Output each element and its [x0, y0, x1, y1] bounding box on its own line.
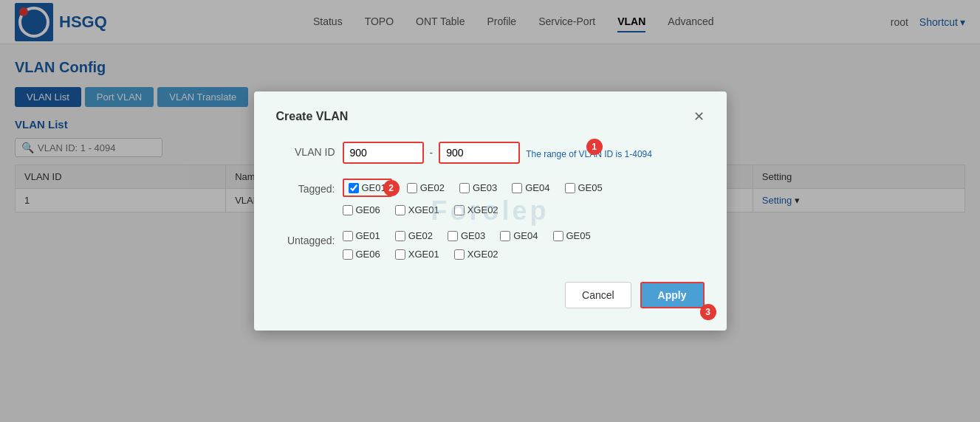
untagged-ge04-checkbox[interactable] — [500, 231, 510, 241]
tagged-ge03-checkbox[interactable] — [459, 183, 470, 193]
tagged-row: Tagged: GE01 GE02 GE03 — [276, 179, 705, 215]
untagged-ge05-checkbox[interactable] — [553, 231, 563, 241]
untagged-ge03-checkbox[interactable] — [448, 231, 458, 241]
modal-title: Create VLAN — [276, 110, 349, 123]
vlan-id-label: VLAN ID — [276, 142, 335, 158]
untagged-ge05: GE05 — [553, 230, 591, 241]
tagged-ge01-checkbox[interactable] — [349, 183, 359, 193]
untagged-ge01: GE01 — [343, 230, 380, 241]
callout-3: 3 — [700, 304, 716, 320]
untagged-ge01-label: GE01 — [356, 230, 380, 241]
tagged-ge05-checkbox[interactable] — [565, 183, 575, 193]
tagged-ge06: GE06 — [343, 204, 380, 215]
untagged-xge01-label: XGE01 — [408, 249, 439, 260]
untagged-xge01: XGE01 — [395, 249, 439, 260]
tagged-ports: GE01 GE02 GE03 GE04 — [343, 179, 603, 197]
vlan-id-to-input[interactable] — [439, 142, 520, 164]
modal-header: Create VLAN ✕ — [276, 110, 705, 123]
close-button[interactable]: ✕ — [693, 110, 705, 123]
untagged-ge02-checkbox[interactable] — [395, 231, 405, 241]
tagged-ge01-label: GE01 — [362, 182, 386, 193]
tagged-ge04-checkbox[interactable] — [512, 183, 522, 193]
untagged-xge02-checkbox[interactable] — [454, 249, 465, 260]
tagged-xge02: XGE02 — [454, 204, 498, 215]
cancel-button[interactable]: Cancel — [565, 282, 631, 308]
tagged-label: Tagged: — [276, 179, 335, 195]
tagged-ge03-label: GE03 — [473, 182, 497, 193]
untagged-ge03: GE03 — [448, 230, 485, 241]
untagged-ge04-label: GE04 — [513, 230, 538, 241]
tagged-ge02: GE02 — [407, 182, 445, 193]
tagged-xge01-checkbox[interactable] — [395, 205, 405, 215]
tagged-ge03: GE03 — [459, 182, 497, 193]
untagged-xge02: XGE02 — [454, 249, 498, 260]
tagged-ge04: GE04 — [512, 182, 549, 193]
modal-footer: Cancel Apply — [276, 282, 705, 308]
untagged-ge05-label: GE05 — [566, 230, 591, 241]
tagged-ports-row2: GE06 XGE01 XGE02 — [343, 204, 603, 215]
create-vlan-modal: 1 2 3 Create VLAN ✕ VLAN ID - The range … — [254, 91, 727, 331]
callout-2: 2 — [383, 180, 400, 196]
vlan-id-fields: - The range of VLAN ID is 1-4094 — [343, 142, 652, 164]
tagged-ge04-label: GE04 — [525, 182, 549, 193]
modal-overlay: Forolep 1 2 3 Create VLAN ✕ VLAN ID - — [0, 0, 980, 422]
tagged-ge02-label: GE02 — [420, 182, 445, 193]
untagged-ge04: GE04 — [500, 230, 538, 241]
untagged-ge02-label: GE02 — [408, 230, 433, 241]
vlan-id-from-input[interactable] — [343, 142, 424, 164]
untagged-ports: GE01 GE02 GE03 GE04 — [343, 230, 591, 241]
untagged-ge06-checkbox[interactable] — [343, 249, 353, 260]
tagged-ge05-label: GE05 — [578, 182, 603, 193]
tagged-xge01-label: XGE01 — [408, 204, 439, 215]
tagged-xge02-checkbox[interactable] — [454, 205, 465, 215]
tagged-xge01: XGE01 — [395, 204, 439, 215]
tagged-ge05: GE05 — [565, 182, 603, 193]
untagged-xge01-checkbox[interactable] — [395, 249, 405, 260]
callout-1: 1 — [586, 139, 603, 155]
vlan-separator: - — [430, 147, 434, 159]
untagged-ports-row2: GE06 XGE01 XGE02 — [343, 249, 591, 260]
untagged-ge02: GE02 — [395, 230, 433, 241]
untagged-xge02-label: XGE02 — [467, 249, 498, 260]
tagged-ge02-checkbox[interactable] — [407, 183, 417, 193]
untagged-row: Untagged: GE01 GE02 GE03 — [276, 230, 705, 260]
tagged-xge02-label: XGE02 — [467, 204, 498, 215]
untagged-ge06-label: GE06 — [356, 249, 380, 260]
vlan-id-row: VLAN ID - The range of VLAN ID is 1-4094 — [276, 142, 705, 164]
untagged-ge03-label: GE03 — [461, 230, 485, 241]
untagged-ge01-checkbox[interactable] — [343, 231, 353, 241]
untagged-label: Untagged: — [276, 230, 335, 246]
tagged-ge06-label: GE06 — [356, 204, 380, 215]
untagged-ge06: GE06 — [343, 249, 380, 260]
apply-button[interactable]: Apply — [640, 282, 705, 308]
tagged-ge06-checkbox[interactable] — [343, 205, 353, 215]
